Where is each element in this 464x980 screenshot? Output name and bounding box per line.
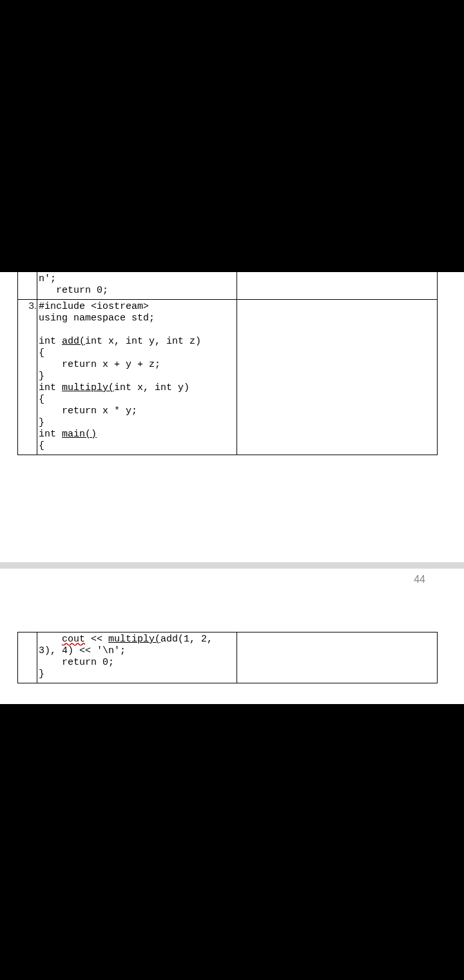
- page-number: 44: [414, 574, 425, 585]
- code-cell: #include <iostream> using namespace std;…: [37, 300, 237, 455]
- document-page-upper: n'; return 0; 3. #include <iostream> usi…: [0, 272, 464, 562]
- code-cell: cout << multiply(add(1, 2, 3), 4) << '\n…: [37, 632, 237, 683]
- code-fragment: n'; return 0;: [37, 272, 237, 299]
- table-row: n'; return 0;: [18, 272, 438, 300]
- row-number-cell: 3.: [18, 300, 37, 455]
- function-multiply-call: multiply(: [108, 634, 160, 645]
- code-fragment: #include <iostream> using namespace std;…: [37, 300, 237, 455]
- function-add: add(: [62, 336, 85, 347]
- table-row: cout << multiply(add(1, 2, 3), 4) << '\n…: [18, 632, 438, 683]
- function-main: main(): [62, 429, 97, 440]
- code-table-lower: cout << multiply(add(1, 2, 3), 4) << '\n…: [17, 632, 438, 683]
- blank-cell: [237, 300, 438, 455]
- code-fragment: cout << multiply(add(1, 2, 3), 4) << '\n…: [37, 632, 237, 683]
- spellcheck-cout: cout: [62, 634, 85, 645]
- document-page-lower: 44 cout << multiply(add(1, 2, 3), 4) << …: [0, 562, 464, 704]
- row-number: 3.: [28, 300, 37, 311]
- blank-cell: [237, 632, 438, 683]
- function-multiply: multiply(: [62, 382, 114, 393]
- table-row: 3. #include <iostream> using namespace s…: [18, 300, 438, 455]
- row-number-cell: [18, 272, 37, 300]
- page-gap-divider: [0, 562, 464, 569]
- blank-cell: [237, 272, 438, 300]
- row-number-cell: [18, 632, 37, 683]
- code-cell: n'; return 0;: [37, 272, 237, 300]
- code-table-upper: n'; return 0; 3. #include <iostream> usi…: [17, 272, 438, 455]
